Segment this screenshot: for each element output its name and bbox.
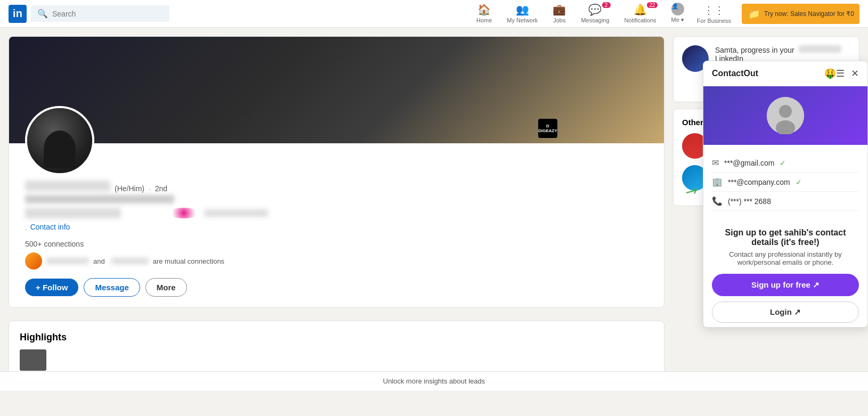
grid-icon: ⋮⋮ — [703, 4, 725, 17]
contact-email-company-row: 🏢 ***@company.com ✓ — [712, 173, 859, 192]
home-icon: 🏠 — [477, 3, 491, 16]
profile-avatar-wrapper — [25, 106, 94, 175]
contact-email-gmail: ***@gmail.com — [724, 159, 774, 167]
contactout-title: ContactOut — [712, 69, 822, 78]
profile-mutual: and are mutual connections — [25, 252, 648, 270]
contactout-contacts: ✉ ***@gmail.com ✓ 🏢 ***@company.com ✓ 📞 … — [703, 145, 867, 219]
phone-icon: 📞 — [712, 196, 723, 206]
mutual-suffix-text: are mutual connections — [153, 257, 224, 265]
linkedin-logo[interactable]: in — [9, 5, 27, 23]
cta-subtitle: Contact any professional instantly by wo… — [712, 250, 859, 266]
nav-for-business[interactable]: ⋮⋮ For Business — [693, 2, 735, 26]
highlights-title: Highlights — [20, 332, 653, 343]
check-icon-company: ✓ — [796, 178, 802, 186]
svg-point-1 — [779, 105, 792, 118]
search-icon: 🔍 — [37, 9, 48, 19]
main-nav: 🏠 Home 👥 My Network 💼 Jobs 💬 2 Messaging… — [470, 1, 859, 27]
cover-company-section: DDIGEAZY — [538, 119, 557, 138]
contact-phone: (***) *** 2688 — [728, 197, 771, 206]
contactout-header: ContactOut 🤑 ☰ ✕ — [703, 61, 867, 86]
profile-name-blurred — [25, 181, 110, 191]
building-icon: 🏢 — [712, 177, 723, 187]
nav-me[interactable]: 👤 Me ▾ — [665, 1, 691, 27]
profile-actions: + Follow Message More — [25, 278, 648, 297]
company-name-blur — [204, 209, 268, 217]
profile-company-blur — [25, 208, 121, 218]
contact-email-gmail-row: ✉ ***@gmail.com ✓ — [712, 153, 859, 173]
degree-separator: · — [149, 185, 151, 193]
notifications-icon: 🔔 — [634, 3, 647, 16]
contact-info-link[interactable]: Contact info — [30, 223, 70, 231]
search-input[interactable] — [52, 10, 163, 18]
profile-connections: 500+ connections — [25, 240, 648, 248]
nav-notifications-label: Notifications — [624, 17, 656, 23]
contactout-avatar-area — [703, 86, 867, 145]
folder-icon: 📁 — [747, 7, 761, 21]
messaging-icon: 💬 — [588, 3, 602, 16]
promo-text-prefix: Samta, progress in your — [715, 46, 794, 54]
for-business-label: For Business — [697, 18, 731, 24]
nav-jobs-label: Jobs — [553, 17, 565, 23]
close-icon[interactable]: ✕ — [851, 68, 859, 79]
bottom-bar-text: Unlock more insights about leads — [383, 377, 485, 385]
login-button[interactable]: Login ↗ — [712, 301, 859, 323]
nav-messaging-label: Messaging — [581, 17, 609, 23]
contact-dot: · — [25, 225, 27, 233]
profile-info: (He/Him) · 2nd · Contact info 500+ — [9, 143, 664, 307]
company-logo-text: DDIGEAZY — [538, 124, 557, 133]
try-now-label: Try now: Sales Navigator for ₹0 — [764, 10, 854, 18]
jobs-icon: 💼 — [553, 3, 566, 16]
messaging-badge: 2 — [602, 2, 611, 8]
highlights-bar — [20, 349, 46, 371]
contactout-panel: ContactOut 🤑 ☰ ✕ ✉ ***@gmail.com ✓ — [703, 61, 868, 328]
contactout-profile-avatar — [767, 97, 804, 134]
try-now-banner[interactable]: 📁 Try now: Sales Navigator for ₹0 — [742, 4, 859, 24]
nav-home[interactable]: 🏠 Home — [470, 1, 498, 27]
contactout-cta-section: Sign up to get sahib's contact details (… — [703, 219, 867, 327]
cta-title: Sign up to get sahib's contact details (… — [712, 228, 859, 247]
profile-cover-image: DDIGEAZY — [9, 37, 664, 143]
avatar-svg — [767, 97, 804, 134]
navbar: in 🔍 🏠 Home 👥 My Network 💼 Jobs 💬 2 Mess… — [0, 0, 868, 28]
check-icon-gmail: ✓ — [780, 159, 786, 167]
profile-name-row: (He/Him) · 2nd — [25, 181, 648, 193]
menu-icon[interactable]: ☰ — [836, 68, 845, 79]
mutual-name-1-blur — [46, 258, 89, 264]
me-avatar: 👤 — [671, 3, 684, 15]
contact-email-company: ***@company.com — [728, 178, 790, 186]
contactout-emoji: 🤑 — [824, 68, 836, 79]
nav-jobs[interactable]: 💼 Jobs — [546, 1, 572, 27]
company-logo: DDIGEAZY — [538, 119, 557, 138]
profile-contact-info-row: · Contact info — [25, 223, 648, 235]
nav-me-label: Me ▾ — [671, 17, 684, 23]
profile-title-blurred — [25, 195, 174, 203]
nav-my-network[interactable]: 👥 My Network — [500, 1, 544, 27]
profile-pronouns: (He/Him) — [115, 184, 144, 193]
mutual-and-text: and — [93, 257, 105, 265]
more-button[interactable]: More — [145, 278, 187, 297]
nav-network-label: My Network — [507, 17, 538, 23]
profile-company-row — [25, 208, 648, 218]
search-bar[interactable]: 🔍 — [31, 5, 169, 22]
bottom-insights-bar: Unlock more insights about leads — [0, 371, 868, 390]
contact-phone-row: 📞 (***) *** 2688 — [712, 192, 859, 211]
signup-button[interactable]: Sign up for free ↗ — [712, 274, 859, 296]
avatar-image — [27, 108, 92, 173]
promo-text-blur — [799, 45, 841, 53]
contactout-header-icons: ☰ ✕ — [836, 68, 859, 79]
nav-messaging[interactable]: 💬 2 Messaging — [574, 1, 615, 27]
envelope-icon: ✉ — [712, 158, 719, 168]
nav-notifications[interactable]: 🔔 22 Notifications — [618, 1, 663, 27]
profile-decoration — [168, 208, 200, 218]
follow-button[interactable]: + Follow — [25, 279, 78, 296]
profile-card: DDIGEAZY (He/Him) · 2nd — [9, 36, 664, 308]
network-icon: 👥 — [516, 3, 529, 16]
mutual-name-2-blur — [111, 258, 149, 264]
message-button[interactable]: Message — [84, 278, 140, 297]
nav-home-label: Home — [476, 17, 492, 23]
notifications-badge: 22 — [647, 2, 657, 8]
mutual-avatar — [25, 252, 42, 270]
profile-degree: 2nd — [155, 184, 167, 193]
profile-avatar — [25, 106, 94, 175]
